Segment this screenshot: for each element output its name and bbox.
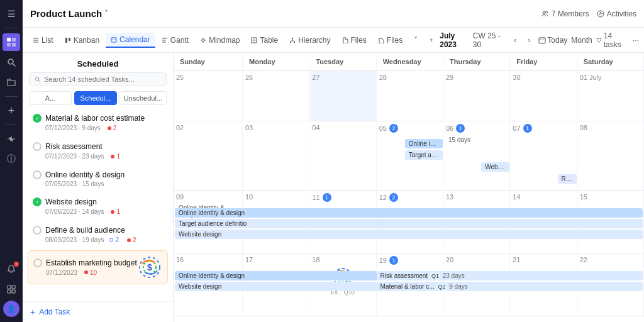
svg-rect-17 [65,38,67,43]
today-btn[interactable]: Today [547,36,567,45]
notifications-icon[interactable]: ! [3,260,20,278]
calendar-day[interactable]: 28 [377,71,443,121]
calendar-event[interactable]: Target audience definitio [175,219,643,228]
list-item[interactable]: Define & build audience 08/03/2023 · 19 … [28,222,168,248]
search-icon[interactable] [3,53,20,71]
date-navigation: July 2023 CW 25 - 30 ‹ › [440,31,535,49]
info-icon[interactable]: ⓘ [3,150,20,168]
more-options-btn[interactable]: ··· [633,36,639,45]
calendar-body: 25 26 27 28 29 [174,71,644,322]
list-item[interactable]: Risk assessment 07/12/2023 · 23 days 1 [28,138,168,164]
calendar-event[interactable]: Website design [175,230,643,239]
user-avatar[interactable]: 👤 [3,301,19,317]
calendar-day[interactable]: 25 [174,71,243,121]
calendar-day[interactable]: 30 [510,71,577,121]
svg-point-26 [202,39,204,42]
svg-rect-18 [69,38,70,41]
task-title: Establish marketing budget [46,258,137,267]
members-count[interactable]: 7 Members [541,9,589,18]
task-check-empty [33,142,42,151]
task-large-icon: $ [137,255,162,280]
calendar-day[interactable]: 04 [309,121,376,190]
task-search[interactable] [29,72,167,86]
scheduled-sidebar: Scheduled A... Schedul... Unschedul... ✓ [23,53,174,322]
pulse-icon[interactable] [3,130,20,148]
svg-point-49 [110,238,113,242]
app-icon[interactable] [3,33,20,51]
next-week-btn[interactable]: › [523,34,535,47]
month-btn[interactable]: Month [571,36,592,45]
tab-mindmap[interactable]: Mindmap [195,33,245,47]
calendar-event[interactable]: Website design [175,282,377,291]
calendar-event[interactable]: Register trademark Q5 2 days [558,174,577,184]
svg-point-50 [127,238,131,242]
task-dot: 2 [389,124,398,133]
list-item[interactable]: ✓ Material & labor cost estimate 07/12/2… [28,110,168,136]
svg-point-11 [543,11,545,14]
calendar-event[interactable]: Target audience d... Q2 8 days [405,150,443,160]
search-input[interactable] [44,75,161,83]
tab-kanban[interactable]: Kanban [60,33,104,47]
project-title[interactable]: Product Launch ˅ [30,8,108,19]
calendar-day[interactable]: 03 [243,121,309,190]
tab-files2[interactable]: Files [373,33,408,47]
task-check-empty [33,226,42,235]
task-title: Online identity & design [45,170,125,179]
calendar-day[interactable]: 06 1 15 days Website design Q1 14 days [443,121,510,190]
tab-table[interactable]: Table [246,33,283,47]
tab-calendar[interactable]: Calendar [106,33,155,48]
view-toolbar: List Kanban Calendar Gantt Mindmap Table [23,28,644,53]
calendar-day[interactable]: 01 July [577,71,644,121]
calendar-day[interactable]: 05 2 Online identity & design Target aud… [377,121,443,190]
add-view-btn[interactable]: + [424,33,438,47]
sidebar-title: Scheduled [23,53,173,72]
tab-hierarchy[interactable]: Hierarchy [284,33,335,47]
calendar-event[interactable]: Online identity & design [175,271,377,280]
sidebar-tab-scheduled[interactable]: Schedul... [74,91,117,105]
calendar-view: Sunday Monday Tuesday Wednesday Thursday… [174,53,644,322]
list-item[interactable]: Establish marketing budget 07/11/2023 10 [28,250,168,284]
svg-line-5 [13,64,15,66]
svg-point-12 [545,11,547,13]
calendar-day[interactable]: 02 [174,121,243,190]
svg-marker-43 [597,38,601,42]
list-item[interactable]: Online identity & design 07/05/2023 · 15… [28,167,168,191]
svg-point-47 [111,155,114,158]
calendar-day[interactable]: 29 [443,71,510,121]
activities-button[interactable]: Activities [597,9,636,18]
header-cell-friday: Friday [510,53,577,70]
task-title: Risk assessment [45,142,103,151]
calendar-day-today[interactable]: 27 [309,71,376,121]
more-views-btn[interactable]: ˅ [409,33,423,47]
prev-week-btn[interactable]: ‹ [509,34,521,47]
tab-files1[interactable]: Files [337,33,372,47]
add-icon[interactable]: + [3,102,20,119]
calendar-day[interactable]: 26 [243,71,309,121]
icon-rail: ☰ + ⓘ ! 👤 [0,0,23,322]
svg-rect-10 [12,290,15,293]
tab-gantt[interactable]: Gantt [157,33,194,47]
calendar-day[interactable]: 08 [577,121,644,190]
svg-rect-35 [290,42,291,43]
alert-badge: 2 [104,124,119,132]
alert-badge: 10 [81,269,99,277]
task-check-empty [33,258,42,267]
sidebar-tab-unscheduled[interactable]: Unschedul... [119,91,167,105]
calendar-header: Sunday Monday Tuesday Wednesday Thursday… [174,53,644,71]
grid-icon[interactable] [3,280,20,298]
calendar-day[interactable]: 07 1 Register trademark Q5 2 days [510,121,577,190]
tab-list[interactable]: List [28,33,58,47]
list-item[interactable]: ✓ Website design 07/06/2023 · 14 days 1 [28,194,168,219]
svg-rect-9 [8,290,11,293]
calendar-event[interactable]: Online identity & design [175,208,643,218]
add-task-button[interactable]: + Add Task [23,301,173,322]
calendar-event[interactable]: Online identity & design [405,139,443,148]
folder-icon[interactable] [3,74,20,91]
menu-icon[interactable]: ☰ [3,5,20,23]
svg-rect-34 [292,38,293,39]
calendar-event[interactable]: Material & labor c... Q2 9 days [377,282,643,291]
calendar-event[interactable]: Website design Q1 14 days [481,162,509,172]
calendar-event[interactable]: Risk assessment Q1 23 days [377,271,643,280]
alert-badge: 2 [124,236,139,244]
sidebar-tab-all[interactable]: A... [29,91,72,105]
